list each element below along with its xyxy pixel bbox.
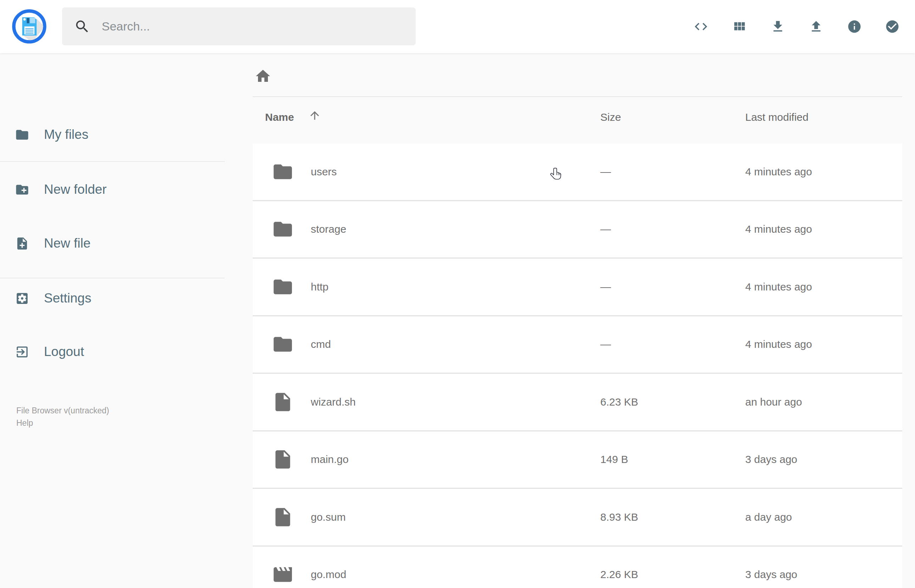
check-circle-icon <box>885 19 900 34</box>
filebrowser-logo[interactable] <box>12 9 47 44</box>
item-size: — <box>600 223 611 235</box>
item-size: — <box>600 166 611 178</box>
search-icon <box>74 18 91 35</box>
item-modified: 4 minutes ago <box>745 166 812 178</box>
new-folder-icon <box>0 183 29 197</box>
file-row[interactable]: wizard.sh 6.23 KB an hour ago <box>253 373 902 430</box>
item-name: wizard.sh <box>311 396 356 408</box>
item-name: storage <box>311 223 346 235</box>
sidebar-item-label: New folder <box>44 182 107 197</box>
folder-icon <box>272 161 294 183</box>
breadcrumb-home-button[interactable] <box>254 66 276 87</box>
search-bar[interactable] <box>62 7 416 45</box>
file-row[interactable]: go.mod 2.26 KB 3 days ago <box>253 546 902 588</box>
sidebar-item-label: New file <box>44 236 91 251</box>
sidebar-item-new-folder[interactable]: New folder <box>0 172 225 207</box>
sidebar: My files New folder New file Settings Lo… <box>0 53 225 588</box>
app-version: File Browser v(untracked) <box>16 404 109 417</box>
sidebar-item-my-files[interactable]: My files <box>0 117 225 152</box>
file-icon <box>272 448 294 470</box>
item-name: main.go <box>311 453 349 465</box>
item-size: 8.93 KB <box>600 511 638 523</box>
file-listing: users — 4 minutes ago storage — 4 minute… <box>253 144 902 588</box>
item-name: go.mod <box>311 569 346 581</box>
item-modified: 4 minutes ago <box>745 223 812 235</box>
help-link[interactable]: Help <box>16 418 33 428</box>
item-size: — <box>600 338 611 351</box>
folder-row[interactable]: storage — 4 minutes ago <box>253 200 902 258</box>
logout-icon <box>0 345 29 359</box>
sidebar-item-new-file[interactable]: New file <box>0 226 225 261</box>
item-size: — <box>600 281 611 293</box>
download-button[interactable] <box>770 19 785 34</box>
sidebar-divider <box>0 278 225 278</box>
grid-view-icon <box>732 19 747 34</box>
sort-by-name-header[interactable]: Name <box>265 111 294 123</box>
item-size: 2.26 KB <box>600 569 638 581</box>
code-icon <box>694 19 708 34</box>
item-name: http <box>311 281 328 293</box>
upload-icon <box>809 19 824 34</box>
sidebar-divider <box>0 161 225 162</box>
info-button[interactable] <box>847 19 862 34</box>
item-size: 149 B <box>600 453 628 465</box>
select-multiple-button[interactable] <box>885 19 900 34</box>
item-name: cmd <box>311 338 331 351</box>
folder-icon <box>272 276 294 298</box>
shell-button[interactable] <box>694 19 708 34</box>
folder-icon <box>0 128 29 142</box>
file-row[interactable]: main.go 149 B 3 days ago <box>253 430 902 488</box>
folder-row[interactable]: http — 4 minutes ago <box>253 257 902 315</box>
new-file-icon <box>0 236 29 251</box>
listing-header: Name Size Last modified <box>253 96 902 135</box>
search-input[interactable] <box>101 19 393 34</box>
upload-button[interactable] <box>809 19 824 34</box>
sidebar-item-label: Settings <box>44 291 91 306</box>
movie-icon <box>272 564 294 586</box>
sort-by-size-header[interactable]: Size <box>600 111 621 123</box>
sort-by-modified-header[interactable]: Last modified <box>745 111 808 123</box>
info-icon <box>847 19 862 34</box>
sidebar-item-settings[interactable]: Settings <box>0 281 225 316</box>
folder-row[interactable]: users — 4 minutes ago <box>253 144 902 200</box>
sidebar-item-label: My files <box>44 127 88 142</box>
settings-icon <box>0 291 29 306</box>
item-modified: a day ago <box>745 511 792 523</box>
item-modified: an hour ago <box>745 396 802 408</box>
item-name: users <box>311 166 337 178</box>
sidebar-item-label: Logout <box>44 344 84 359</box>
item-modified: 3 days ago <box>745 569 797 581</box>
item-size: 6.23 KB <box>600 396 638 408</box>
sidebar-item-logout[interactable]: Logout <box>0 334 225 370</box>
folder-icon <box>272 333 294 355</box>
home-icon <box>254 68 276 85</box>
item-name: go.sum <box>311 511 346 523</box>
folder-row[interactable]: cmd — 4 minutes ago <box>253 315 902 373</box>
file-icon <box>272 506 294 528</box>
item-modified: 4 minutes ago <box>745 338 812 351</box>
file-row[interactable]: go.sum 8.93 KB a day ago <box>253 488 902 546</box>
floppy-disk-icon <box>12 9 47 44</box>
file-icon <box>272 391 294 413</box>
sidebar-footer: File Browser v(untracked) Help <box>16 404 109 429</box>
folder-icon <box>272 218 294 240</box>
item-modified: 4 minutes ago <box>745 281 812 293</box>
item-modified: 3 days ago <box>745 453 797 465</box>
top-bar <box>0 0 915 53</box>
download-icon <box>770 19 785 34</box>
view-mode-button[interactable] <box>732 19 747 34</box>
